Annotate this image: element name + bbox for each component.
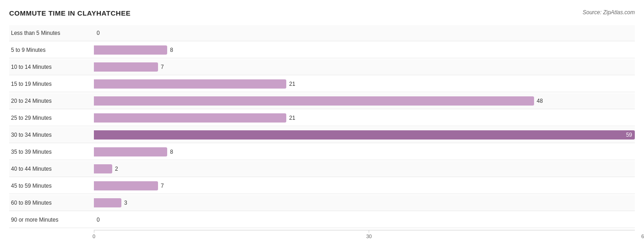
bar-row: 35 to 39 Minutes8 bbox=[9, 144, 635, 160]
x-axis: 03060 bbox=[94, 230, 635, 239]
bar-label: 60 to 89 Minutes bbox=[9, 197, 94, 209]
chart-source: Source: ZipAtlas.com bbox=[583, 9, 635, 16]
bar-container: 8 bbox=[94, 144, 635, 160]
bar-value: 2 bbox=[115, 166, 118, 172]
bars-container: Less than 5 Minutes05 to 9 Minutes810 to… bbox=[9, 25, 635, 228]
bar-label: 25 to 29 Minutes bbox=[9, 112, 94, 124]
bar-container: 59 bbox=[94, 127, 635, 143]
bar-label: 40 to 44 Minutes bbox=[9, 163, 94, 175]
bar-fill bbox=[94, 45, 167, 55]
bar-value: 21 bbox=[289, 115, 295, 121]
bar-container: 0 bbox=[94, 25, 635, 41]
bar-container: 7 bbox=[94, 59, 635, 75]
tick-line bbox=[94, 230, 94, 233]
bar-row: 10 to 14 Minutes7 bbox=[9, 59, 635, 75]
bar-container: 48 bbox=[94, 93, 635, 109]
tick-label: 60 bbox=[641, 234, 644, 239]
bar-value: 59 bbox=[626, 132, 632, 138]
bar-label: 15 to 19 Minutes bbox=[9, 78, 94, 90]
bar-container: 3 bbox=[94, 195, 635, 211]
bar-fill bbox=[94, 164, 112, 173]
bar-value: 7 bbox=[161, 64, 164, 70]
chart-header: COMMUTE TIME IN CLAYHATCHEE Source: ZipA… bbox=[9, 9, 635, 17]
bar-row: 20 to 24 Minutes48 bbox=[9, 93, 635, 109]
bar-fill bbox=[94, 198, 121, 207]
bar-fill bbox=[94, 181, 158, 190]
bar-fill bbox=[94, 62, 158, 72]
bar-row: 90 or more Minutes0 bbox=[9, 212, 635, 228]
bar-row: 5 to 9 Minutes8 bbox=[9, 42, 635, 58]
bar-fill bbox=[94, 113, 286, 123]
tick-line bbox=[369, 230, 369, 233]
bar-label: 20 to 24 Minutes bbox=[9, 95, 94, 107]
bar-fill bbox=[94, 96, 534, 106]
chart-wrapper: COMMUTE TIME IN CLAYHATCHEE Source: ZipA… bbox=[9, 9, 635, 239]
x-tick: 30 bbox=[366, 230, 371, 239]
x-tick: 60 bbox=[641, 230, 644, 239]
bar-value: 0 bbox=[97, 30, 100, 36]
chart-area: Less than 5 Minutes05 to 9 Minutes810 to… bbox=[9, 25, 635, 239]
bar-label: 30 to 34 Minutes bbox=[9, 129, 94, 141]
bar-label: 5 to 9 Minutes bbox=[9, 44, 94, 56]
bar-fill bbox=[94, 147, 167, 156]
chart-title: COMMUTE TIME IN CLAYHATCHEE bbox=[9, 9, 131, 17]
bar-container: 21 bbox=[94, 110, 635, 126]
bar-container: 2 bbox=[94, 161, 635, 177]
bar-label: 10 to 14 Minutes bbox=[9, 61, 94, 73]
bar-fill: 59 bbox=[94, 130, 635, 140]
bar-value: 7 bbox=[161, 183, 164, 189]
bar-container: 0 bbox=[94, 212, 635, 228]
bar-value: 8 bbox=[170, 47, 173, 53]
bar-container: 8 bbox=[94, 42, 635, 58]
bar-label: 35 to 39 Minutes bbox=[9, 146, 94, 158]
x-tick: 0 bbox=[93, 230, 95, 239]
bar-value: 3 bbox=[124, 200, 127, 206]
bar-value: 21 bbox=[289, 81, 295, 87]
bar-label: 45 to 59 Minutes bbox=[9, 180, 94, 192]
bar-row: Less than 5 Minutes0 bbox=[9, 25, 635, 41]
bar-value: 8 bbox=[170, 149, 173, 155]
tick-label: 0 bbox=[93, 234, 95, 239]
bar-label: 90 or more Minutes bbox=[9, 214, 94, 226]
bar-row: 45 to 59 Minutes7 bbox=[9, 178, 635, 194]
bar-container: 7 bbox=[94, 178, 635, 194]
bar-row: 30 to 34 Minutes59 bbox=[9, 127, 635, 143]
bar-row: 60 to 89 Minutes3 bbox=[9, 195, 635, 211]
bar-row: 40 to 44 Minutes2 bbox=[9, 161, 635, 177]
bar-container: 21 bbox=[94, 76, 635, 92]
bar-value: 0 bbox=[97, 217, 100, 223]
bar-fill bbox=[94, 79, 286, 89]
tick-label: 30 bbox=[366, 234, 371, 239]
bar-label: Less than 5 Minutes bbox=[9, 27, 94, 39]
bar-value: 48 bbox=[537, 98, 543, 104]
bar-row: 25 to 29 Minutes21 bbox=[9, 110, 635, 126]
bar-row: 15 to 19 Minutes21 bbox=[9, 76, 635, 92]
